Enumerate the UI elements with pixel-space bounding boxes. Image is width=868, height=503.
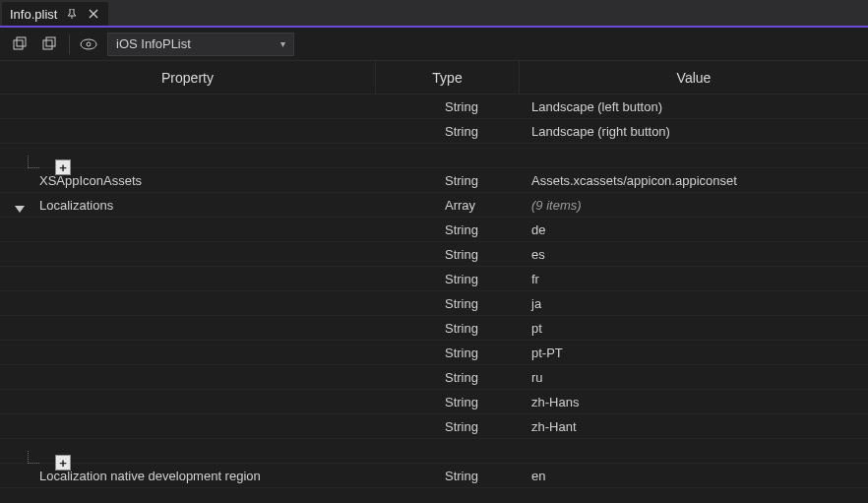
value-label: Landscape (left button) (531, 99, 662, 114)
scheme-dropdown[interactable]: iOS InfoPList ▾ (107, 32, 294, 56)
chevron-down-icon: ▾ (280, 38, 285, 49)
separator (69, 34, 70, 54)
property-cell: Localizations (0, 198, 376, 213)
type-cell: String (376, 395, 520, 409)
type-label: String (445, 395, 478, 409)
value-label: fr (531, 272, 539, 286)
value-label: ja (531, 296, 541, 311)
value-label: pt-PT (531, 346, 563, 360)
type-label: String (445, 370, 478, 385)
value-cell[interactable]: fr (520, 272, 868, 286)
value-label: ru (531, 370, 543, 385)
table-row[interactable]: Stringru (0, 365, 868, 390)
column-header-value[interactable]: Value (520, 61, 868, 94)
tree-elbow (28, 156, 39, 168)
type-cell: String (376, 346, 520, 360)
table-row[interactable]: Stringde (0, 218, 868, 242)
type-label: String (445, 99, 478, 114)
collapse-all-icon[interactable] (39, 33, 61, 55)
property-cell: XSAppIconAssets (0, 173, 376, 188)
property-grid: StringLandscape (left button)StringLands… (0, 94, 868, 488)
value-label: de (531, 222, 545, 237)
value-cell[interactable]: ja (520, 296, 868, 311)
table-row[interactable]: Stringpt (0, 316, 868, 341)
table-row[interactable]: Stringes (0, 242, 868, 267)
table-row[interactable]: LocalizationsArray(9 items) (0, 193, 868, 218)
value-cell[interactable]: zh-Hant (520, 419, 868, 434)
dropdown-label: iOS InfoPList (116, 36, 191, 51)
type-cell: String (376, 469, 520, 483)
type-cell: String (376, 222, 520, 237)
value-label: en (531, 469, 545, 483)
type-label: String (445, 346, 478, 360)
value-cell[interactable]: es (520, 247, 868, 262)
table-row[interactable]: StringLandscape (left button) (0, 94, 868, 119)
type-cell: String (376, 272, 520, 286)
svg-point-5 (87, 42, 91, 46)
expand-all-icon[interactable] (10, 33, 31, 55)
table-row[interactable]: Stringzh-Hans (0, 390, 868, 414)
type-cell: String (376, 99, 520, 114)
type-label: String (445, 296, 478, 311)
type-label: String (445, 419, 478, 434)
table-row[interactable]: Localization native development regionSt… (0, 464, 868, 488)
value-label: zh-Hans (531, 395, 579, 409)
column-headers: Property Type Value (0, 61, 868, 94)
tab-title: Info.plist (10, 7, 57, 22)
column-header-type[interactable]: Type (376, 61, 520, 94)
view-source-icon[interactable] (78, 33, 99, 55)
property-label: Localization native development region (39, 469, 261, 483)
tab-info-plist[interactable]: Info.plist (2, 2, 108, 26)
table-row[interactable]: + (0, 144, 868, 168)
tab-strip: Info.plist (0, 0, 868, 28)
property-cell: Localization native development region (0, 469, 376, 483)
table-row[interactable]: + (0, 439, 868, 464)
type-label: Array (445, 198, 475, 213)
value-cell[interactable]: en (520, 469, 868, 483)
table-row[interactable]: StringLandscape (right button) (0, 119, 868, 144)
value-cell[interactable]: ru (520, 370, 868, 385)
value-cell[interactable]: pt-PT (520, 346, 868, 360)
table-row[interactable]: Stringja (0, 291, 868, 316)
table-row[interactable]: Stringzh-Hant (0, 414, 868, 439)
type-label: String (445, 272, 478, 286)
table-row[interactable]: Stringfr (0, 267, 868, 291)
svg-rect-3 (46, 37, 55, 46)
close-icon[interactable] (87, 7, 100, 21)
expander-icon[interactable] (15, 206, 25, 213)
value-label: (9 items) (531, 198, 582, 213)
toolbar: iOS InfoPList ▾ (0, 28, 868, 61)
type-cell: String (376, 247, 520, 262)
type-label: String (445, 173, 478, 188)
value-cell[interactable]: (9 items) (520, 198, 868, 213)
type-cell: String (376, 124, 520, 139)
pin-icon[interactable] (65, 7, 79, 21)
svg-point-4 (81, 39, 96, 49)
table-row[interactable]: Stringpt-PT (0, 341, 868, 365)
type-cell: String (376, 370, 520, 385)
type-label: String (445, 321, 478, 336)
type-label: String (445, 247, 478, 262)
value-cell[interactable]: pt (520, 321, 868, 336)
value-cell[interactable]: de (520, 222, 868, 237)
type-label: String (445, 469, 478, 483)
tree-elbow (28, 451, 39, 464)
table-row[interactable]: XSAppIconAssetsStringAssets.xcassets/app… (0, 168, 868, 193)
property-label: Localizations (39, 198, 113, 213)
value-cell[interactable]: Assets.xcassets/appicon.appiconset (520, 173, 868, 188)
value-label: Assets.xcassets/appicon.appiconset (531, 173, 737, 188)
value-cell[interactable]: Landscape (right button) (520, 124, 868, 139)
type-label: String (445, 124, 478, 139)
value-cell[interactable]: zh-Hans (520, 395, 868, 409)
type-label: String (445, 222, 478, 237)
svg-rect-2 (43, 40, 52, 49)
column-header-property[interactable]: Property (0, 61, 376, 94)
type-cell: String (376, 321, 520, 336)
value-cell[interactable]: Landscape (left button) (520, 99, 868, 114)
property-label: XSAppIconAssets (39, 173, 142, 188)
value-label: zh-Hant (531, 419, 577, 434)
svg-rect-0 (14, 40, 23, 49)
value-label: pt (531, 321, 542, 336)
type-cell: String (376, 173, 520, 188)
svg-rect-1 (17, 37, 26, 46)
